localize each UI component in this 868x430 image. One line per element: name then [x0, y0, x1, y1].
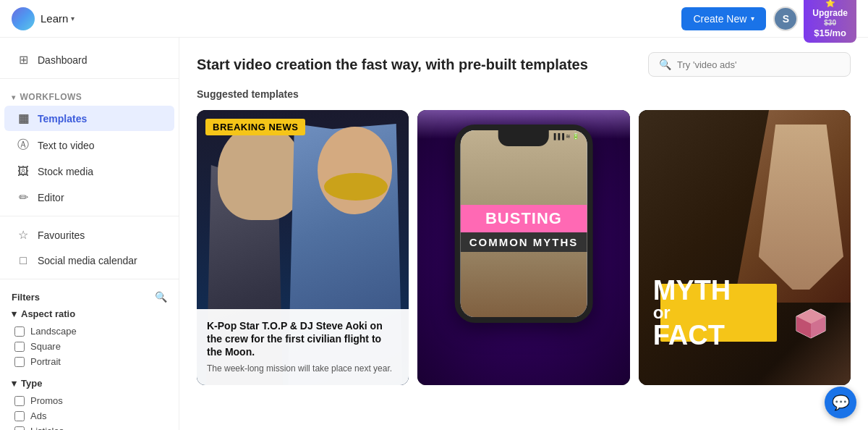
myth-label-fact: FACT	[653, 321, 731, 349]
type-label: Type	[21, 378, 42, 389]
sidebar-item-dashboard[interactable]: ⊞ Dashboard	[4, 47, 174, 72]
sidebar-item-templates[interactable]: ▦ Templates	[4, 106, 174, 131]
person-left-head	[218, 124, 302, 220]
card3-background: MYTH or FACT	[639, 110, 851, 385]
filter-option-landscape[interactable]: Landscape	[12, 324, 167, 339]
upgrade-star: ⭐	[825, 0, 835, 8]
create-new-label: Create New	[693, 13, 746, 25]
chat-button[interactable]: 💬	[825, 387, 856, 418]
type-header[interactable]: ▾ Type	[12, 378, 167, 389]
myth-cube-icon	[793, 305, 829, 342]
workflows-label: Workflows	[20, 92, 82, 102]
myth-label-myth: MYTH	[653, 277, 731, 304]
busting-text: BUSTING	[461, 205, 587, 232]
sidebar-item-text-to-video[interactable]: Ⓐ Text to video	[4, 132, 174, 159]
sidebar-label-favourites: Favourites	[38, 229, 85, 241]
listicles-label: Listicles	[30, 426, 64, 430]
phone-status-bar: ▐▐▐ ≋ 🔋	[552, 133, 579, 140]
common-myths-text: COMMON MYTHS	[461, 232, 587, 252]
workflows-section-header[interactable]: ▾ Workflows	[0, 85, 179, 105]
filter-search-icon[interactable]: 🔍	[155, 291, 167, 303]
main-header: Start video creation the fast way, with …	[197, 52, 851, 77]
suggested-templates-label: Suggested templates	[197, 88, 851, 100]
template-card-busting[interactable]: ▐▐▐ ≋ 🔋 BUSTING COMMON MYTHS	[417, 110, 629, 385]
phone-content: BUSTING COMMON MYTHS	[461, 130, 587, 317]
filter-option-square[interactable]: Square	[12, 339, 167, 354]
text-to-video-icon: Ⓐ	[16, 138, 30, 153]
template-card-kpop[interactable]: BREAKING NEWS K-Pop Star T.O.P & DJ Stev…	[197, 110, 409, 385]
avatar[interactable]: S	[773, 7, 798, 31]
card1-caption-sub: The week-long mission will take place ne…	[207, 363, 399, 375]
stock-media-icon: 🖼	[16, 165, 30, 178]
card1-background: BREAKING NEWS K-Pop Star T.O.P & DJ Stev…	[197, 110, 409, 385]
editor-icon: ✏	[16, 190, 30, 204]
myth-label-container: MYTH or FACT	[653, 277, 731, 349]
learn-label: Learn	[41, 12, 68, 25]
upgrade-old-price: $30	[824, 19, 836, 28]
templates-icon: ▦	[16, 111, 30, 125]
breaking-news-badge: BREAKING NEWS	[205, 119, 305, 135]
template-card-myth-or-fact[interactable]: MYTH or FACT	[639, 110, 851, 385]
filter-option-portrait[interactable]: Portrait	[12, 354, 167, 369]
sidebar-divider	[0, 78, 179, 79]
square-checkbox[interactable]	[14, 342, 25, 352]
sidebar: ⊞ Dashboard ▾ Workflows ▦ Templates Ⓐ Te…	[0, 38, 179, 430]
app-logo	[12, 7, 35, 30]
header: Learn ▾ Create New ▾ S ⭐ Upgrade $30 $15…	[0, 0, 868, 38]
card1-caption: K-Pop Star T.O.P & DJ Steve Aoki on the …	[197, 309, 409, 385]
sidebar-item-social-media-calendar[interactable]: □ Social media calendar	[4, 248, 174, 273]
sidebar-label-text-to-video: Text to video	[38, 140, 95, 151]
filter-option-ads[interactable]: Ads	[12, 408, 167, 423]
chat-icon: 💬	[832, 394, 850, 411]
dashboard-icon: ⊞	[16, 53, 30, 67]
search-input[interactable]	[677, 59, 840, 70]
filters-section: Filters 🔍 ▾ Aspect ratio Landscape Squar…	[0, 285, 179, 430]
sidebar-item-editor[interactable]: ✏ Editor	[4, 185, 174, 210]
portrait-checkbox[interactable]	[14, 357, 25, 367]
page-title: Start video creation the fast way, with …	[197, 56, 588, 73]
landscape-checkbox[interactable]	[14, 326, 25, 337]
upgrade-button[interactable]: ⭐ Upgrade $30 $15/mo	[804, 0, 856, 43]
filter-option-promos[interactable]: Promos	[12, 393, 167, 408]
sidebar-item-stock-media[interactable]: 🖼 Stock media	[4, 159, 174, 184]
social-media-calendar-icon: □	[16, 254, 30, 267]
create-new-caret: ▾	[751, 14, 754, 22]
sidebar-label-templates: Templates	[38, 113, 87, 125]
phone-mockup: ▐▐▐ ≋ 🔋 BUSTING COMMON MYTHS	[455, 125, 593, 323]
search-bar[interactable]: 🔍	[648, 52, 851, 77]
promos-label: Promos	[30, 395, 63, 406]
sidebar-divider-3	[0, 279, 179, 279]
sidebar-label-dashboard: Dashboard	[38, 54, 88, 66]
busting-banner: BUSTING COMMON MYTHS	[461, 205, 587, 252]
favourites-icon: ☆	[16, 228, 30, 242]
card2-background: ▐▐▐ ≋ 🔋 BUSTING COMMON MYTHS	[417, 110, 629, 385]
learn-menu[interactable]: Learn ▾	[41, 12, 75, 25]
aspect-ratio-header[interactable]: ▾ Aspect ratio	[12, 308, 167, 319]
workflows-chevron: ▾	[12, 93, 16, 101]
sidebar-label-social-media-calendar: Social media calendar	[38, 255, 137, 266]
sidebar-label-stock-media: Stock media	[38, 166, 93, 177]
create-new-button[interactable]: Create New ▾	[681, 7, 766, 30]
filter-group-type: ▾ Type Promos Ads Listicles Slides	[12, 378, 167, 430]
phone-notch	[498, 130, 549, 146]
filter-group-aspect-ratio: ▾ Aspect ratio Landscape Square Portrait	[12, 308, 167, 369]
type-chevron: ▾	[12, 378, 17, 389]
ads-label: Ads	[30, 410, 46, 421]
landscape-label: Landscape	[30, 326, 77, 337]
sidebar-item-favourites[interactable]: ☆ Favourites	[4, 222, 174, 248]
filters-title: Filters	[12, 292, 40, 303]
aspect-ratio-label: Aspect ratio	[21, 308, 75, 319]
templates-grid: BREAKING NEWS K-Pop Star T.O.P & DJ Stev…	[197, 110, 851, 385]
card1-caption-title: K-Pop Star T.O.P & DJ Steve Aoki on the …	[207, 319, 399, 359]
listicles-checkbox[interactable]	[14, 426, 25, 431]
sidebar-label-editor: Editor	[38, 192, 64, 203]
upgrade-label: Upgrade	[812, 8, 848, 18]
ads-checkbox[interactable]	[14, 411, 25, 421]
main-content: Start video creation the fast way, with …	[179, 38, 868, 430]
search-icon: 🔍	[659, 59, 671, 70]
myth-label-or: or	[653, 304, 731, 321]
promos-checkbox[interactable]	[14, 396, 25, 406]
filters-header: Filters 🔍	[12, 291, 167, 303]
filter-option-listicles[interactable]: Listicles	[12, 423, 167, 430]
aspect-ratio-chevron: ▾	[12, 308, 17, 319]
